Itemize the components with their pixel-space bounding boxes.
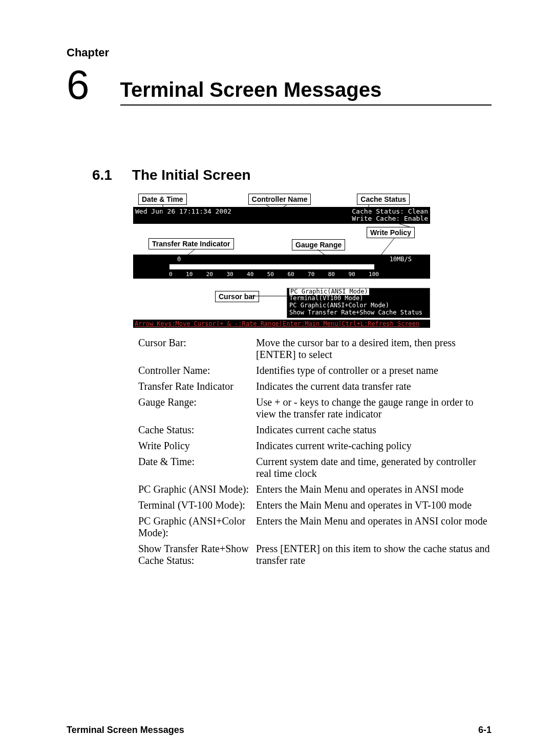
definition-term: Gauge Range: xyxy=(138,396,256,420)
scale-tick: 90 xyxy=(348,271,355,278)
definition-row: Write Policy Indicates current write-cac… xyxy=(138,440,492,452)
chapter-label: Chapter xyxy=(67,46,492,59)
terminal-datetime: Wed Jun 26 17:11:34 2002 xyxy=(135,208,231,223)
scale-tick: 100 xyxy=(369,271,379,278)
section-title: The Initial Screen xyxy=(132,167,251,183)
definition-row: Show Transfer Rate+Show Cache Status: Pr… xyxy=(138,543,492,566)
gauge-start-value: 0 xyxy=(177,256,181,263)
scale-tick: 60 xyxy=(287,271,294,278)
definition-desc: Enters the Main Menu and operates in ANS… xyxy=(256,515,492,539)
definition-term: Date & Time: xyxy=(138,456,256,479)
definition-desc: Enters the Main Menu and operates in VT-… xyxy=(256,499,492,511)
callout-date-time: Date & Time xyxy=(138,194,187,205)
svg-line-7 xyxy=(379,238,394,255)
callout-cursor-bar: Cursor bar xyxy=(215,291,259,302)
definition-row: Cursor Bar: Move the cursor bar to a des… xyxy=(138,337,492,361)
gauge-scale: 0 10 20 30 40 50 60 70 80 90 100 xyxy=(169,271,379,278)
terminal-hint-line: Arrow Keys:Move Cursor|+ & -:Rate Range|… xyxy=(133,320,430,328)
gauge-bar xyxy=(169,264,375,270)
definition-term: PC Graphic (ANSI+Color Mode): xyxy=(138,515,256,539)
callout-cache-status: Cache Status xyxy=(357,194,410,205)
footer-page-number: 6-1 xyxy=(478,725,492,736)
terminal-header: Wed Jun 26 17:11:34 2002 Cache Status: C… xyxy=(133,207,430,224)
terminal-gauge: 0 10MB/S 0 10 20 30 40 50 60 70 80 90 10… xyxy=(133,255,430,279)
terminal-write-cache: Write Cache: Enable xyxy=(352,215,428,222)
scale-tick: 50 xyxy=(267,271,274,278)
definition-row: Terminal (VT-100 Mode): Enters the Main … xyxy=(138,499,492,511)
gauge-unit: 10MB/S xyxy=(390,256,412,263)
definition-term: PC Graphic (ANSI Mode): xyxy=(138,484,256,495)
definition-term: Write Policy xyxy=(138,440,256,452)
definition-row: PC Graphic (ANSI+Color Mode): Enters the… xyxy=(138,515,492,539)
definition-row: Cache Status: Indicates current cache st… xyxy=(138,424,492,436)
chapter-title: Terminal Screen Messages xyxy=(120,78,492,106)
scale-tick: 80 xyxy=(328,271,335,278)
definition-desc: Use + or - keys to change the gauge rang… xyxy=(256,396,492,420)
callout-gauge-range: Gauge Range xyxy=(292,239,345,250)
definition-term: Transfer Rate Indicator xyxy=(138,381,256,392)
definitions-list: Cursor Bar: Move the cursor bar to a des… xyxy=(138,337,492,566)
definition-desc: Indicates the current data transfer rate xyxy=(256,381,492,392)
callout-controller-name: Controller Name xyxy=(248,194,311,205)
definition-desc: Press [ENTER] on this item to show the c… xyxy=(256,543,492,566)
scale-tick: 70 xyxy=(308,271,314,278)
definition-row: Date & Time: Current system date and tim… xyxy=(138,456,492,479)
definition-desc: Indicates current write-caching policy xyxy=(256,440,492,452)
definition-term: Cache Status: xyxy=(138,424,256,436)
footer-title: Terminal Screen Messages xyxy=(67,725,184,736)
definition-term: Controller Name: xyxy=(138,365,256,376)
terminal-mode-menu: PC Graphic(ANSI Mode) Terminal(VT100 Mod… xyxy=(287,288,430,318)
definition-row: Transfer Rate Indicator Indicates the cu… xyxy=(138,381,492,392)
definition-term: Show Transfer Rate+Show Cache Status: xyxy=(138,543,256,566)
definition-row: Controller Name: Identifies type of cont… xyxy=(138,365,492,376)
menu-opt-vt100: Terminal(VT100 Mode) xyxy=(289,295,364,302)
definition-desc: Identifies type of controller or a prese… xyxy=(256,365,492,376)
definition-row: Gauge Range: Use + or - keys to change t… xyxy=(138,396,492,420)
chapter-number: 6 xyxy=(67,65,90,106)
definition-term: Terminal (VT-100 Mode): xyxy=(138,499,256,511)
menu-opt-ansi: PC Graphic(ANSI Mode) xyxy=(289,288,369,296)
initial-screen-figure: Date & Time Controller Name Cache Status… xyxy=(133,194,492,328)
callout-transfer-rate-indicator: Transfer Rate Indicator xyxy=(148,238,234,249)
menu-opt-ansi-color: PC Graphic(ANSI+Color Mode) xyxy=(289,302,389,309)
terminal-cache-status: Cache Status: Clean xyxy=(352,207,428,215)
menu-opt-show-cache: Show Transfer Rate+Show Cache Status xyxy=(289,309,422,316)
definition-desc: Enters the Main Menu and operates in ANS… xyxy=(256,484,492,495)
scale-tick: 20 xyxy=(206,271,213,278)
definition-desc: Current system date and time, generated … xyxy=(256,456,492,479)
definition-row: PC Graphic (ANSI Mode): Enters the Main … xyxy=(138,484,492,495)
callout-write-policy: Write Policy xyxy=(367,227,415,238)
svg-line-5 xyxy=(184,249,195,255)
scale-tick: 0 xyxy=(169,271,173,278)
definition-desc: Indicates current cache status xyxy=(256,424,492,436)
scale-tick: 40 xyxy=(247,271,253,278)
scale-tick: 10 xyxy=(186,271,193,278)
section-number: 6.1 xyxy=(92,167,128,183)
scale-tick: 30 xyxy=(226,271,233,278)
definition-desc: Move the cursor bar to a desired item, t… xyxy=(256,337,492,361)
definition-term: Cursor Bar: xyxy=(138,337,256,361)
